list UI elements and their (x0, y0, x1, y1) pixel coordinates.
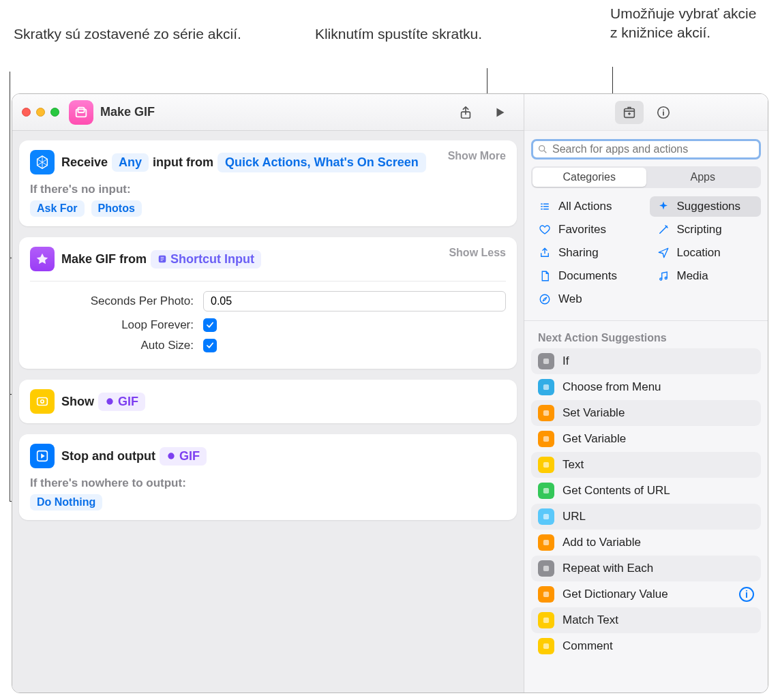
shortcut-details-toggle[interactable] (649, 101, 678, 124)
make-gif-text: Make GIF from Shortcut Input (61, 250, 261, 269)
cat-scripting[interactable]: Scripting (650, 219, 762, 240)
show-result-action[interactable]: Show GIF (19, 380, 517, 423)
close-window-button[interactable] (22, 108, 31, 117)
action-library-toggle[interactable] (615, 101, 644, 124)
heart-icon (538, 223, 552, 237)
svg-rect-4 (38, 398, 48, 406)
suggestion-label: Get Dictionary Value (562, 588, 668, 601)
search-wrap (524, 131, 768, 166)
suggestion-item[interactable]: Get Dictionary Valuei (531, 581, 761, 607)
receive-any-token[interactable]: Any (112, 153, 149, 172)
suggestion-item[interactable]: Comment (531, 633, 761, 659)
ask-for-token[interactable]: Ask For (30, 200, 85, 217)
suggestion-icon (538, 353, 554, 369)
receive-input-action[interactable]: Show More Receive Any input from Quick A… (19, 140, 517, 226)
shortcut-input-var[interactable]: Shortcut Input (151, 250, 261, 269)
search-field[interactable] (531, 139, 761, 159)
cat-favorites[interactable]: Favorites (531, 219, 643, 240)
cat-documents[interactable]: Documents (531, 266, 643, 286)
suggestion-icon (538, 508, 554, 525)
svg-rect-20 (543, 488, 549, 493)
show-text: Show GIF (61, 393, 145, 411)
suggestion-item[interactable]: Text (531, 452, 761, 478)
cat-sharing[interactable]: Sharing (531, 243, 643, 263)
receive-icon (30, 150, 55, 174)
receive-source-token[interactable]: Quick Actions, What's On Screen (217, 153, 426, 172)
suggestion-label: Add to Variable (562, 536, 641, 549)
svg-rect-26 (543, 643, 549, 649)
stop-prefix: Stop and output (61, 449, 155, 463)
shortcut-title: Make GIF (100, 105, 155, 119)
safari-icon (538, 292, 552, 306)
svg-point-13 (665, 277, 667, 279)
zoom-window-button[interactable] (50, 108, 59, 117)
suggestion-item[interactable]: URL (531, 504, 761, 530)
make-gif-action[interactable]: Show Less Make GIF from Shortcut Input (19, 237, 517, 369)
suggestion-label: Text (562, 458, 584, 472)
svg-rect-24 (543, 592, 549, 597)
cat-label: Scripting (677, 223, 722, 237)
annotation-line (10, 72, 10, 501)
suggestion-item[interactable]: Get Contents of URL (531, 478, 761, 504)
sparkle-icon (657, 200, 670, 213)
suggestion-label: If (562, 354, 569, 368)
seg-apps[interactable]: Apps (646, 168, 760, 187)
suggestion-label: Repeat with Each (562, 562, 653, 575)
show-more-button[interactable]: Show More (448, 150, 506, 162)
suggestion-item[interactable]: Match Text (531, 607, 761, 633)
minimize-window-button[interactable] (36, 108, 45, 117)
cat-all-actions[interactable]: All Actions (531, 196, 643, 217)
loop-forever-checkbox[interactable] (203, 318, 217, 332)
titlebar: Make GIF (12, 94, 524, 131)
gif-var-stop[interactable]: GIF (160, 447, 207, 466)
info-icon[interactable]: i (739, 587, 754, 602)
divider (524, 320, 768, 321)
cat-media[interactable]: Media (650, 266, 762, 286)
search-input[interactable] (552, 143, 755, 155)
suggestion-item[interactable]: Get Variable (531, 426, 761, 452)
gif-var-show[interactable]: GIF (98, 393, 145, 411)
show-prefix: Show (61, 395, 94, 409)
cat-label: Favorites (558, 223, 606, 237)
svg-rect-1 (78, 107, 84, 112)
suggestions-header: Next Action Suggestions (524, 325, 768, 348)
auto-size-checkbox[interactable] (203, 339, 217, 352)
receive-mid: input from (153, 155, 213, 170)
do-nothing-token[interactable]: Do Nothing (30, 494, 102, 511)
suggestion-icon (538, 405, 554, 421)
cat-location[interactable]: Location (650, 243, 762, 263)
stop-icon (30, 444, 55, 468)
photos-token[interactable]: Photos (91, 200, 142, 217)
suggestion-item[interactable]: Set Variable (531, 400, 761, 426)
cat-label: Sharing (558, 246, 599, 260)
wand-icon (657, 223, 670, 237)
show-less-button[interactable]: Show Less (449, 247, 506, 259)
svg-rect-21 (543, 514, 549, 519)
suggestion-label: Match Text (562, 613, 618, 627)
suggestion-item[interactable]: Repeat with Each (531, 556, 761, 581)
seconds-per-photo-input[interactable] (203, 291, 506, 311)
loop-forever-label: Loop Forever: (64, 318, 194, 332)
annotation-right: Umožňuje vybrať akcie z knižnice akcií. (610, 4, 767, 43)
cat-web[interactable]: Web (531, 289, 643, 309)
svg-point-14 (540, 294, 550, 304)
suggestion-item[interactable]: Choose from Menu (531, 374, 761, 400)
suggestion-item[interactable]: If (531, 348, 761, 374)
suggestion-item[interactable]: Add to Variable (531, 530, 761, 556)
list-icon (538, 200, 552, 213)
cat-suggestions[interactable]: Suggestions (650, 196, 762, 217)
suggestion-icon (538, 483, 554, 499)
annotation-left: Skratky sú zostavené zo série akcií. (14, 25, 241, 44)
suggestion-icon (538, 379, 554, 395)
library-segmented-control[interactable]: Categories Apps (531, 166, 761, 188)
location-icon (657, 246, 670, 260)
music-icon (657, 269, 670, 283)
cat-label: All Actions (558, 200, 612, 213)
run-button[interactable] (485, 101, 514, 124)
stop-output-action[interactable]: Stop and output GIF If there's nowhere t… (19, 434, 517, 520)
svg-rect-19 (543, 462, 549, 468)
receive-prefix: Receive (61, 155, 108, 170)
seg-categories[interactable]: Categories (532, 168, 646, 187)
share-button[interactable] (451, 101, 480, 124)
svg-rect-23 (543, 566, 549, 571)
